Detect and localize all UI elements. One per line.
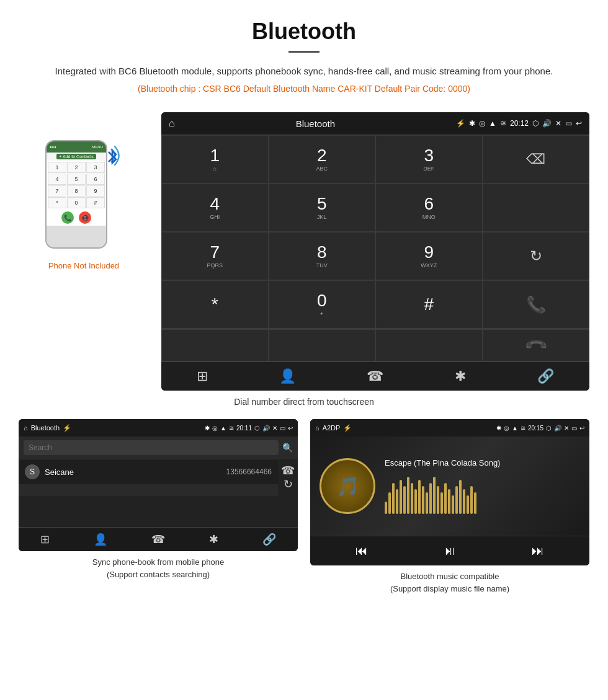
eq-bar [448,489,450,514]
pb-refresh-icon[interactable]: ↻ [284,477,293,491]
next-track-button[interactable]: ⏭ [532,544,544,558]
dial-num-6: 6 [424,195,434,213]
music-caption-line1: Bluetooth music compatible [401,572,499,581]
dial-key-hash[interactable]: # [375,280,483,329]
phone-status-dots: ●●● [50,145,56,149]
music-status-left: ⌂ A2DP ⚡ [315,424,352,432]
backspace-icon: ⌫ [526,151,545,167]
phone-call-button: 📞 [61,211,74,224]
dial-key-endcall[interactable]: 📞 [483,329,590,361]
dial-key-7[interactable]: 7 PQRS [161,232,269,280]
phone-illustration: ●●● MENU + Add to Contacts 1 2 3 4 5 6 7… [40,131,127,255]
music-back-icon: ↩ [579,425,584,432]
pb-camera-icon: ⬡ [254,425,260,432]
dial-key-star[interactable]: * [161,280,269,329]
phone-add-contact: + Add to Contacts [47,153,106,161]
phone-key-hash: # [86,197,105,208]
close-icon: ✕ [555,119,561,128]
nav-bt-icon[interactable]: ✱ [455,368,466,384]
pb-phone-icon[interactable]: ☎ [281,464,295,477]
phone-call-row: 📞 📵 [47,210,106,226]
wifi-icon: ≋ [500,119,506,128]
phone-end-button: 📵 [79,211,91,224]
phone-key-8: 8 [67,185,86,197]
phone-key-6: 6 [86,174,105,185]
dial-key-5[interactable]: 5 JKL [269,184,376,232]
dial-key-refresh[interactable]: ↻ [483,232,590,280]
dial-key-0[interactable]: 0 + [269,280,376,329]
camera-icon: ⬡ [532,119,539,128]
call-end-row: 📞 [161,329,589,361]
pb-wifi-icon: ≋ [229,425,234,432]
dial-letters-5: JKL [317,214,327,220]
pb-nav-bt[interactable]: ✱ [209,533,218,546]
dial-num-2: 2 [317,147,327,164]
dial-num-4: 4 [210,195,220,213]
dial-key-9[interactable]: 9 WXYZ [375,232,483,280]
music-bt-icon: ✱ [496,425,501,432]
music-screen-title: A2DP [323,424,341,432]
usb-icon: ⚡ [456,119,465,128]
page-title: Bluetooth [25,19,583,45]
pb-nav-link[interactable]: 🔗 [262,533,276,546]
music-item: ⌂ A2DP ⚡ ✱ ◎ ▲ ≋ 20:15 ⬡ 🔊 ✕ ▭ ↩ [310,419,589,595]
nav-person-icon[interactable]: 👤 [279,368,296,384]
dial-num-hash: # [424,296,434,313]
play-pause-button[interactable]: ⏯ [444,544,456,558]
pb-nav-person[interactable]: 👤 [94,533,107,546]
phone-key-9: 9 [86,185,105,197]
eq-bar [392,483,395,514]
location-icon: ◎ [479,119,485,128]
music-note-icon: 🎵 [336,476,359,497]
phone-dialpad: 1 2 3 4 5 6 7 8 9 * 0 # [47,161,106,210]
phone-side: ●●● MENU + Add to Contacts 1 2 3 4 5 6 7… [19,112,149,270]
window-icon: ▭ [565,119,572,128]
nav-phone-icon[interactable]: ☎ [367,368,383,384]
contact-row: S Seicane 13566664466 [19,459,278,484]
pb-loc-icon: ◎ [212,425,218,432]
album-art: 🎵 [320,458,375,514]
dial-key-1[interactable]: 1 ⌂ [161,135,269,184]
dial-key-3[interactable]: 3 DEF [375,135,483,184]
dial-key-6[interactable]: 6 MNO [375,184,483,232]
dial-key-call[interactable]: 📞 [483,280,590,329]
music-signal-icon: ▲ [512,425,518,432]
eq-bar [467,495,469,514]
pb-status-right: ✱ ◎ ▲ ≋ 20:11 ⬡ 🔊 ✕ ▭ ↩ [205,425,293,432]
pb-screen-title: Bluetooth [31,424,60,432]
dial-key-4[interactable]: 4 GHI [161,184,269,232]
pb-search-bar: 🔍 [19,436,298,459]
dial-key-2[interactable]: 2 ABC [269,135,376,184]
car-bottom-nav: ⊞ 👤 ☎ ✱ 🔗 [161,361,589,391]
music-caption-line2: (Support display music file name) [390,584,509,593]
pb-bt-icon: ✱ [205,425,210,432]
pb-search-input[interactable] [24,440,279,455]
nav-grid-icon[interactable]: ⊞ [197,368,208,384]
dial-key-8[interactable]: 8 TUV [269,232,376,280]
music-x-icon: ✕ [564,425,569,432]
pb-nav-phone[interactable]: ☎ [151,533,165,546]
eq-bar [455,486,458,514]
eq-bar [414,489,417,514]
bluetooth-icon [106,148,118,169]
pb-signal-icon: ▲ [220,425,226,432]
phone-key-3: 3 [86,162,105,173]
eq-bar [470,486,473,514]
phonebook-caption-line2: (Support contacts searching) [107,570,210,579]
pb-nav-grid[interactable]: ⊞ [40,533,50,546]
dial-num-1: 1 [210,147,220,164]
car-status-right: ⚡ ✱ ◎ ▲ ≋ 20:12 ⬡ 🔊 ✕ ▭ ↩ [456,119,582,128]
pb-usb-icon: ⚡ [63,424,71,432]
prev-track-button[interactable]: ⏮ [355,544,368,558]
dial-key-backspace[interactable]: ⌫ [483,135,590,184]
phone-key-4: 4 [48,174,66,185]
music-screen: ⌂ A2DP ⚡ ✱ ◎ ▲ ≋ 20:15 ⬡ 🔊 ✕ ▭ ↩ [310,419,589,565]
dial-letters-7: PQRS [207,262,223,268]
dial-num-star: * [212,296,218,313]
music-status-right: ✱ ◎ ▲ ≋ 20:15 ⬡ 🔊 ✕ ▭ ↩ [496,425,584,432]
eq-bar [459,480,462,514]
nav-link-icon[interactable]: 🔗 [537,368,554,384]
eq-bar [403,486,406,514]
eq-bar [426,492,428,514]
dial-num-5: 5 [317,195,327,213]
